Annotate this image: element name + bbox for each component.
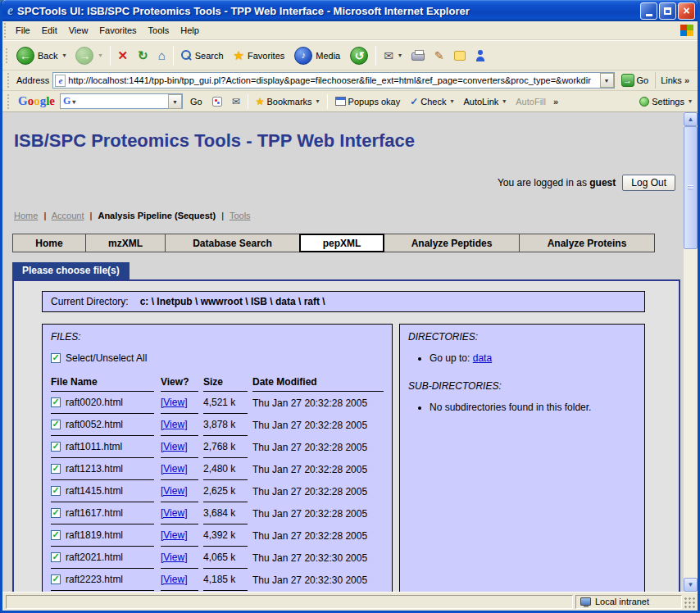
file-date: Thu Jan 27 20:32:28 2005 <box>252 414 384 436</box>
file-checkbox[interactable] <box>51 397 61 407</box>
maximize-button[interactable] <box>659 2 676 20</box>
go-up-link[interactable]: data <box>473 352 492 364</box>
toolbar-grip[interactable] <box>7 73 10 88</box>
current-directory-path: c: \ Inetpub \ wwwroot \ ISB \ data \ ra… <box>140 296 325 307</box>
menu-item[interactable]: Edit <box>36 22 63 39</box>
file-checkbox[interactable] <box>51 486 61 496</box>
messenger-button[interactable] <box>470 48 490 64</box>
google-go-label: Go <box>190 97 202 107</box>
file-checkbox[interactable] <box>51 442 61 452</box>
google-search-box[interactable]: G ▼ <box>60 93 183 109</box>
print-icon <box>411 52 425 61</box>
search-label: Search <box>195 51 224 61</box>
view-link[interactable]: [View] <box>161 507 187 519</box>
links-button[interactable]: Links » <box>655 72 694 89</box>
file-checkbox[interactable] <box>51 464 61 474</box>
logout-button[interactable]: Log Out <box>622 175 675 191</box>
google-search-dropdown[interactable]: ▼ <box>168 94 182 109</box>
file-checkbox[interactable] <box>51 420 61 429</box>
vertical-scrollbar[interactable]: ▲ ▼ <box>684 112 698 592</box>
menu-item[interactable]: File <box>10 22 36 39</box>
close-button[interactable]: × <box>678 2 695 20</box>
web-page: ISB/SPC Proteomics Tools - TPP Web Inter… <box>2 112 684 592</box>
scroll-down-button[interactable]: ▼ <box>684 578 698 592</box>
subdirectories-heading: SUB-DIRECTORIES: <box>408 380 636 392</box>
toolbar-grip[interactable] <box>4 23 7 38</box>
send-to-icon: ✉ <box>232 96 240 107</box>
select-all-checkbox[interactable] <box>51 353 61 363</box>
refresh-button[interactable]: ↻ <box>133 47 153 64</box>
popup-blocker-button[interactable]: Popups okay <box>333 95 403 108</box>
file-table-header: File Name View? Size Date Modified <box>51 372 384 392</box>
menu-item[interactable]: Favorites <box>93 22 142 39</box>
breadcrumb-link-home[interactable]: Home <box>14 211 38 220</box>
history-button[interactable]: ↺ <box>345 44 373 67</box>
file-checkbox[interactable] <box>51 552 61 562</box>
minimize-button[interactable] <box>640 2 657 20</box>
forward-button[interactable]: → <box>70 44 107 67</box>
lucky-die-button[interactable] <box>210 95 225 108</box>
view-link[interactable]: [View] <box>161 463 187 475</box>
scrollbar-track[interactable] <box>684 249 698 578</box>
view-link[interactable]: [View] <box>161 441 187 452</box>
nav-tab[interactable]: Home <box>12 234 86 252</box>
bookmarks-button[interactable]: ★ Bookmarks <box>253 95 322 108</box>
mail-button[interactable]: ✉ <box>379 48 407 64</box>
menu-item[interactable]: Tools <box>143 22 175 39</box>
column-header-size: Size <box>203 372 248 392</box>
send-to-button[interactable]: ✉ <box>230 94 243 109</box>
toolbar-grip[interactable] <box>6 48 8 63</box>
search-button[interactable]: Search <box>176 48 229 63</box>
print-button[interactable] <box>407 48 430 63</box>
toolbar-grip[interactable] <box>7 94 10 109</box>
nav-tab[interactable]: mzXML <box>85 234 166 252</box>
menu-item[interactable]: View <box>63 22 94 39</box>
file-checkbox[interactable] <box>51 574 61 584</box>
popup-blocker-icon <box>335 97 346 106</box>
view-link[interactable]: [View] <box>161 419 187 430</box>
address-field[interactable]: e http://localhost:1441/tpp-bin/tpp_gui.… <box>52 72 614 89</box>
nav-tab[interactable]: Analyze Proteins <box>519 234 655 252</box>
breadcrumb-link-tools[interactable]: Tools <box>230 211 251 220</box>
file-name: raft1011.html <box>66 441 122 452</box>
nav-tab[interactable]: Analyze Peptides <box>384 234 520 252</box>
nav-tab[interactable]: pepXML <box>299 234 384 252</box>
google-toolbar: Google G ▼ Go ✉ ★ Bookmarks Popups okay … <box>2 91 698 112</box>
scrollbar-thumb[interactable] <box>684 126 698 249</box>
overflow-chevron-icon[interactable]: » <box>553 97 558 107</box>
back-button[interactable]: ← Back <box>11 44 70 67</box>
view-link[interactable]: [View] <box>161 574 187 585</box>
home-button[interactable]: ⌂ <box>153 47 170 64</box>
address-dropdown-button[interactable]: ▼ <box>600 73 614 88</box>
media-button[interactable]: ♪ Media <box>289 44 345 67</box>
edit-button[interactable]: ✎ <box>430 48 449 64</box>
file-row: raft2223.html [View] 4,185 k Thu Jan 27 … <box>51 569 384 591</box>
scroll-up-button[interactable]: ▲ <box>684 112 698 126</box>
view-link[interactable]: [View] <box>161 552 187 563</box>
stop-button[interactable]: ✕ <box>113 47 134 64</box>
file-checkbox[interactable] <box>51 508 61 518</box>
view-link[interactable]: [View] <box>161 397 187 408</box>
spellcheck-button[interactable]: ✓ Check <box>407 94 456 109</box>
nav-tab[interactable]: Database Search <box>165 234 300 252</box>
file-row: raft0020.html [View] 4,521 k Thu Jan 27 … <box>51 392 384 414</box>
menu-item[interactable]: Help <box>175 22 205 39</box>
view-link[interactable]: [View] <box>161 485 187 497</box>
toolbar-separator <box>248 94 248 109</box>
resize-grip[interactable] <box>684 597 696 609</box>
google-go-button[interactable]: Go <box>188 95 205 108</box>
go-button[interactable]: → Go <box>618 74 652 87</box>
autolink-button[interactable]: AutoLink <box>461 95 508 108</box>
favorites-button[interactable]: ★ Favorites <box>229 47 290 64</box>
google-g-icon[interactable]: G <box>61 95 78 107</box>
file-checkbox[interactable] <box>51 530 61 540</box>
file-chooser-panel: Current Directory: c: \ Inetpub \ wwwroo… <box>12 279 680 592</box>
breadcrumb-link-account[interactable]: Account <box>52 211 84 220</box>
discuss-button[interactable] <box>449 48 470 63</box>
address-url[interactable]: http://localhost:1441/tpp-bin/tpp_gui.pl… <box>68 75 599 85</box>
file-date: Thu Jan 27 20:32:28 2005 <box>252 458 384 480</box>
title-bar[interactable]: e SPCTools UI: ISB/SPC Proteomics Tools … <box>2 0 698 21</box>
view-link[interactable]: [View] <box>161 529 187 541</box>
autofill-button[interactable]: AutoFill <box>513 95 548 108</box>
settings-button[interactable]: Settings <box>637 95 694 108</box>
